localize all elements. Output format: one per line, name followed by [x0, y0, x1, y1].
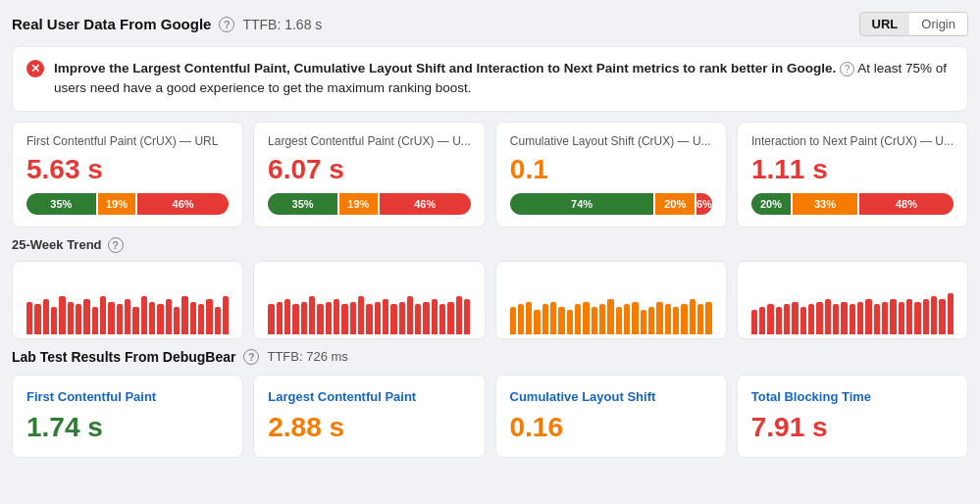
trend-bar — [341, 304, 347, 333]
metric-title: Cumulative Layout Shift (CrUX) — U... — [510, 134, 712, 148]
crux-card-2: Cumulative Layout Shift (CrUX) — U... 0.… — [495, 122, 727, 227]
trend-bar — [447, 302, 453, 334]
trend-bar — [906, 299, 912, 334]
trend-bar — [92, 307, 98, 334]
header-ttfb: TTFB: 1.68 s — [242, 17, 322, 32]
trend-bar — [899, 302, 904, 334]
trend-bar — [407, 296, 413, 334]
trend-bar — [309, 296, 315, 334]
trend-bar — [665, 304, 671, 333]
lab-card-3: Total Blocking Time 7.91 s — [737, 375, 968, 458]
lab-card-value: 0.16 — [510, 412, 712, 443]
header: Real User Data From Google ? TTFB: 1.68 … — [12, 12, 968, 36]
bar-segment: 35% — [268, 193, 337, 215]
crux-card-1: Largest Contentful Paint (CrUX) — U... 6… — [253, 122, 486, 227]
trend-bar — [358, 296, 364, 334]
bar-segment: 20% — [751, 193, 791, 215]
trend-bar — [767, 304, 773, 333]
trend-bar — [825, 299, 831, 334]
trend-bar — [759, 307, 765, 334]
trend-bar — [125, 299, 130, 334]
trend-bar — [76, 304, 81, 333]
trend-card-1 — [253, 261, 485, 339]
trend-bar — [439, 304, 445, 333]
lab-card-title[interactable]: Cumulative Layout Shift — [510, 389, 712, 404]
trend-bar — [149, 302, 155, 334]
trend-bar — [415, 304, 421, 333]
trend-bar — [792, 302, 798, 334]
lab-cards-grid: First Contentful Paint 1.74 s Largest Co… — [12, 375, 968, 458]
lab-card-title[interactable]: Total Blocking Time — [751, 389, 954, 404]
progress-bar: 35%19%46% — [268, 193, 471, 215]
bars-container — [510, 280, 712, 334]
bar-segment: 35% — [26, 193, 96, 215]
trend-bar — [673, 307, 679, 334]
trend-bar — [632, 302, 638, 334]
trend-bar — [157, 304, 163, 333]
lab-card-title[interactable]: First Contentful Paint — [26, 389, 229, 404]
trend-bar — [423, 302, 429, 334]
trend-bar — [432, 299, 438, 334]
trend-bar — [390, 304, 396, 333]
trend-bar — [284, 299, 290, 334]
trend-bar — [705, 302, 711, 334]
trend-bar — [350, 302, 356, 334]
lab-title: Lab Test Results From DebugBear — [12, 349, 235, 365]
trend-bar — [800, 307, 806, 334]
metric-title: Largest Contentful Paint (CrUX) — U... — [268, 134, 471, 148]
origin-toggle-btn[interactable]: Origin — [909, 13, 967, 35]
metric-value: 1.11 s — [751, 154, 954, 185]
trend-bar — [681, 304, 687, 333]
lab-card-title[interactable]: Largest Contentful Paint — [268, 389, 470, 404]
trend-bar — [526, 302, 532, 334]
header-info-icon[interactable]: ? — [219, 17, 234, 32]
trend-bar — [223, 296, 229, 334]
metric-value: 0.1 — [510, 154, 712, 185]
trend-bar — [816, 302, 822, 334]
trend-bar — [190, 302, 196, 334]
trend-bar — [575, 304, 581, 333]
trend-bar — [383, 299, 388, 334]
bar-segment: 20% — [655, 193, 695, 215]
trend-card-0 — [12, 261, 243, 339]
url-toggle-btn[interactable]: URL — [860, 13, 910, 35]
trend-bar — [865, 299, 871, 334]
trend-bar — [616, 307, 622, 334]
bar-segment: 46% — [380, 193, 471, 215]
trend-bar — [326, 302, 332, 334]
trend-bar — [923, 299, 929, 334]
crux-cards-grid: First Contentful Paint (CrUX) — URL 5.63… — [12, 122, 968, 227]
bar-segment: 6% — [696, 193, 712, 215]
trend-bar — [456, 296, 462, 334]
alert-help-icon[interactable]: ? — [840, 62, 854, 76]
crux-card-3: Interaction to Next Paint (CrUX) — U... … — [737, 122, 968, 227]
bar-segment: 48% — [859, 193, 954, 215]
lab-ttfb: TTFB: 726 ms — [267, 349, 347, 364]
trend-bar — [117, 304, 123, 333]
trend-bar — [599, 304, 605, 333]
lab-card-value: 7.91 s — [751, 412, 954, 443]
trend-bar — [215, 307, 221, 334]
trend-bar — [166, 299, 172, 334]
header-left: Real User Data From Google ? TTFB: 1.68 … — [12, 16, 322, 32]
trend-bar — [34, 304, 40, 333]
trend-bar — [948, 293, 954, 333]
trend-bar — [697, 304, 703, 333]
trend-info-icon[interactable]: ? — [108, 237, 124, 253]
crux-card-0: First Contentful Paint (CrUX) — URL 5.63… — [12, 122, 243, 227]
trend-bar — [751, 310, 757, 334]
trend-bar — [366, 304, 372, 333]
bar-segment: 74% — [510, 193, 654, 215]
trend-bar — [51, 307, 57, 334]
trend-bar — [181, 296, 187, 334]
trend-bar — [198, 304, 204, 333]
metric-value: 5.63 s — [26, 154, 229, 185]
trend-bar — [939, 299, 945, 334]
trend-bar — [784, 304, 790, 333]
trend-bar — [108, 302, 114, 334]
trend-bar — [624, 304, 630, 333]
metric-title: Interaction to Next Paint (CrUX) — U... — [751, 134, 954, 148]
lab-header: Lab Test Results From DebugBear ? TTFB: … — [12, 349, 968, 365]
trend-bar — [100, 296, 106, 334]
lab-info-icon[interactable]: ? — [243, 349, 259, 365]
